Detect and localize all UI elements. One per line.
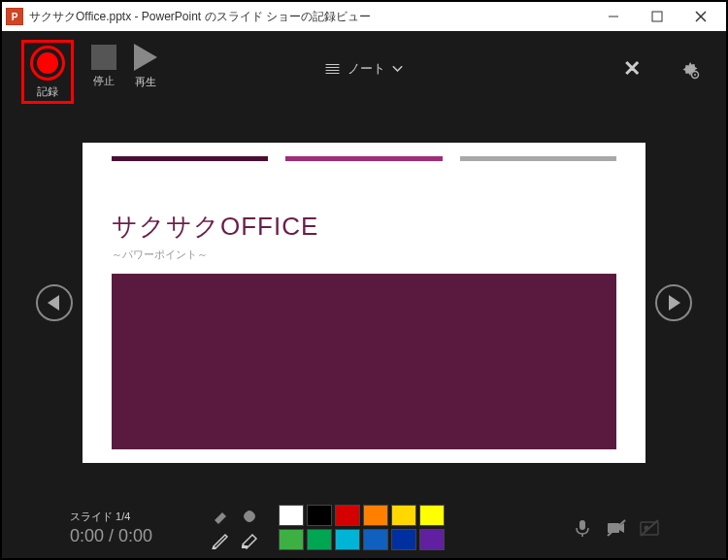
mic-toggle[interactable] [573,518,592,538]
record-button[interactable]: 記録 [30,46,65,99]
highlighter-tool[interactable] [240,530,259,549]
color-swatch[interactable] [307,529,332,550]
slide-subtitle: ～パワーポイント～ [112,247,616,262]
notes-icon [326,64,340,74]
camera-preview-toggle[interactable] [639,518,658,538]
toolbar: 記録 停止 再生 ノート ✕ [2,31,726,107]
prev-slide-button[interactable] [36,284,73,321]
svg-rect-1 [652,12,662,21]
camera-toggle[interactable] [606,518,625,538]
minimize-button[interactable] [591,3,635,30]
chevron-right-icon [669,295,680,311]
bar-2 [285,156,442,161]
powerpoint-app-icon: P [6,8,23,25]
settings-button[interactable] [679,60,697,78]
ink-eraser-tool[interactable] [240,507,259,526]
color-swatch[interactable] [391,505,416,526]
color-swatch[interactable] [279,529,304,550]
maximize-button[interactable] [635,3,678,30]
color-swatch[interactable] [279,505,304,526]
slide-indicator: スライド 1/4 [70,510,152,524]
next-slide-button[interactable] [655,284,692,321]
slide-title: サクサクOFFICE [112,210,616,244]
color-swatch[interactable] [363,529,388,550]
chevron-down-icon [393,66,403,72]
play-label: 再生 [135,75,156,89]
color-swatch[interactable] [335,505,360,526]
color-swatch[interactable] [335,529,360,550]
clear-button[interactable]: ✕ [623,56,641,82]
color-swatch[interactable] [363,505,388,526]
media-toggles [573,518,658,538]
play-button[interactable]: 再生 [134,40,157,89]
status-left: スライド 1/4 0:00 / 0:00 [70,510,152,546]
tool-column [211,507,259,549]
status-row: スライド 1/4 0:00 / 0:00 [70,505,658,550]
play-icon [134,44,157,71]
chevron-left-icon [48,295,59,311]
close-button[interactable] [678,3,722,30]
slide-content-block [112,274,616,449]
window-controls [591,3,722,30]
color-swatch[interactable] [391,529,416,550]
timer: 0:00 / 0:00 [70,526,152,546]
record-label: 記録 [37,84,58,99]
titlebar: P サクサクOffice.pptx - PowerPoint のスライド ショー… [2,2,726,31]
bar-3 [460,156,616,161]
window-title: サクサクOffice.pptx - PowerPoint のスライド ショーの記… [29,9,585,25]
eraser-tool[interactable] [211,507,230,526]
color-swatch[interactable] [419,505,445,526]
svg-point-5 [694,74,696,76]
color-swatches [279,505,445,550]
stop-button[interactable]: 停止 [91,40,116,88]
slide-preview: サクサクOFFICE ～パワーポイント～ [83,143,645,463]
svg-rect-6 [242,545,248,548]
toolbar-right-group: ✕ [623,56,697,82]
bottom-bar: スライド 1/4 0:00 / 0:00 [2,499,726,558]
notes-label: ノート [347,60,385,78]
decorative-bars [112,156,616,161]
toolbar-playback-group: 記録 停止 再生 [21,34,157,104]
color-swatch[interactable] [307,505,332,526]
color-swatch[interactable] [419,529,445,550]
svg-rect-7 [579,520,585,530]
drawing-tools [211,505,445,550]
app-window: P サクサクOffice.pptx - PowerPoint のスライド ショー… [0,0,728,560]
record-button-highlight: 記録 [21,40,74,104]
notes-button[interactable]: ノート [326,60,403,78]
slide-area: サクサクOFFICE ～パワーポイント～ [2,107,726,499]
content-area: 記録 停止 再生 ノート ✕ [2,31,726,558]
bar-1 [112,156,268,161]
stop-label: 停止 [93,74,115,88]
stop-icon [91,45,116,70]
pen-tool[interactable] [211,530,230,549]
record-icon [30,46,65,81]
